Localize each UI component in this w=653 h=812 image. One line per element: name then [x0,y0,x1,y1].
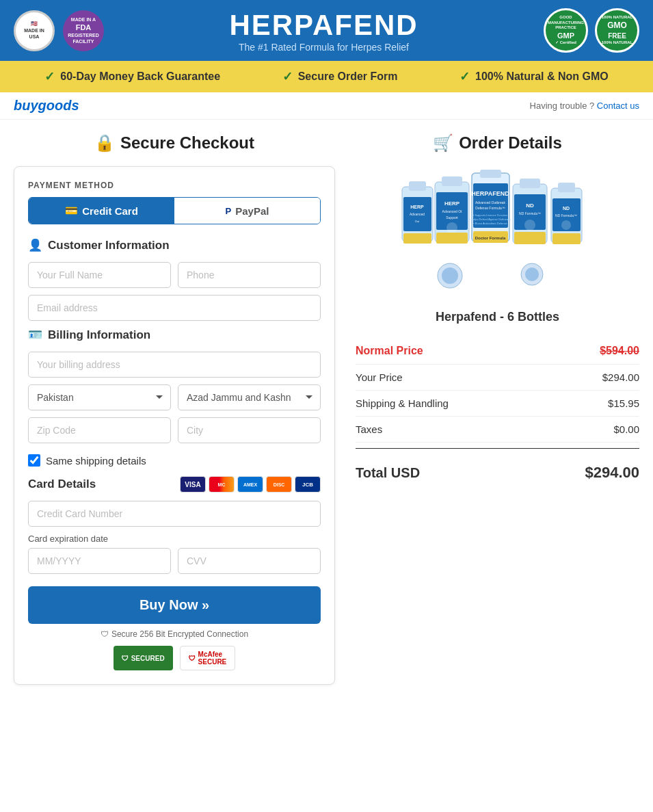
email-field [28,295,321,321]
normal-price-value: $594.00 [600,345,639,357]
phone-input[interactable] [178,262,321,288]
state-field: Azad Jammu and Kashn Punjab Sindh [178,384,321,410]
product-name: Herpafend - 6 Bottles [356,310,639,324]
svg-text:Out: Out [414,220,419,223]
expiry-field [28,548,171,574]
cvv-input[interactable] [178,548,321,574]
check-icon-2: ✓ [282,69,293,84]
svg-text:Doctor Formula: Doctor Formula [475,236,505,240]
billing-icon: 🪪 [28,328,42,342]
cvv-field [178,548,321,574]
svg-text:• Helps Defend Against Outbrea: • Helps Defend Against Outbreaks [469,218,511,221]
main-content: 🔒 Secure Checkout PAYMENT METHOD 💳 Credi… [0,120,653,698]
billing-address-input[interactable] [28,352,321,378]
secured-text: SECURED [131,655,165,662]
expiry-input[interactable] [28,548,171,574]
svg-text:• Supports Immune Function: • Supports Immune Function [472,213,507,217]
svg-text:ND Formula™: ND Formula™ [519,211,541,215]
person-icon: 👤 [28,238,42,252]
shipping-row: Shipping & Handling $15.95 [356,391,639,417]
jcb-icon: JCB [295,476,321,493]
your-price-label: Your Price [356,371,403,383]
normal-price-row: Normal Price $594.00 [356,338,639,365]
taxes-label: Taxes [356,423,382,435]
header-title: HERPAFEND The #1 Rated Formula for Herpe… [229,9,418,53]
brand-tagline: The #1 Rated Formula for Herpes Relief [229,42,418,53]
email-input[interactable] [28,295,321,321]
buy-now-button[interactable]: Buy Now » [28,586,321,624]
trouble-area: Having trouble ? Contact us [530,101,639,111]
svg-text:ND: ND [562,206,569,211]
svg-text:Advanced: Advanced [409,212,424,216]
guarantees-bar: ✓ 60-Day Money Back Guarantee ✓ Secure O… [0,61,653,92]
guarantee-2-text: Secure Order Form [298,70,398,83]
zip-city-row [28,417,321,443]
card-details-header: Card Details VISA MC AMEX DISC JCB [28,476,321,493]
check-icon-1: ✓ [44,69,55,84]
shield-icon: 🛡 [101,629,109,639]
same-shipping-row: Same shipping details [28,454,321,467]
total-label: Total USD [356,465,420,481]
guarantee-1: ✓ 60-Day Money Back Guarantee [44,69,220,84]
svg-rect-16 [480,170,501,178]
svg-rect-8 [442,176,462,186]
svg-rect-32 [514,232,546,244]
same-shipping-checkbox[interactable] [28,454,40,467]
lock-icon: 🔒 [94,133,115,153]
svg-rect-34 [558,183,575,192]
card-number-input[interactable] [28,501,321,527]
normal-price-label: Normal Price [356,345,423,357]
taxes-value: $0.00 [613,423,639,435]
state-select[interactable]: Azad Jammu and Kashn Punjab Sindh [178,384,321,410]
svg-text:Advanced Outbreak: Advanced Outbreak [475,200,505,205]
guarantee-3: ✓ 100% Natural & Non GMO [459,69,609,84]
bottle-center: HERPAFEND Advanced Outbreak Defense Form… [469,170,511,243]
gmo-badge: 100% NATURALGMOFREE100% NATURAL [595,8,639,53]
city-input[interactable] [178,417,321,443]
svg-text:Support: Support [446,215,458,220]
credit-card-icon: 💳 [65,205,78,217]
svg-point-38 [561,220,571,230]
paypal-tab[interactable]: P PayPal [174,198,320,224]
full-name-field [28,262,171,288]
bottle-2: HERP Advanced Ot Support [435,176,469,244]
card-details-title: Card Details [28,477,96,491]
taxes-row: Taxes $0.00 [356,417,639,443]
zip-input[interactable] [28,417,171,443]
card-icons: VISA MC AMEX DISC JCB [180,476,321,493]
contact-us-link[interactable]: Contact us [597,101,639,111]
svg-text:ND Formula™: ND Formula™ [555,213,577,218]
bottle-back-2: ND ND Formula™ [551,183,582,244]
visa-icon: VISA [180,476,206,493]
guarantee-3-text: 100% Natural & Non GMO [475,70,609,83]
credit-card-tab-label: Credit Card [82,205,138,217]
shipping-label: Shipping & Handling [356,397,449,409]
phone-field [178,262,321,288]
svg-text:• Boost Antioxidant Defense: • Boost Antioxidant Defense [473,222,507,225]
price-details: Normal Price $594.00 Your Price $294.00 … [356,338,639,491]
secured-badge: 🛡 SECURED [114,646,173,670]
guarantee-2: ✓ Secure Order Form [282,69,398,84]
country-select[interactable]: Pakistan India USA UK [28,384,171,410]
bottle-back-1: HERP Advanced Out [402,181,433,244]
total-divider [356,448,639,449]
customer-section-text: Customer Information [48,239,170,252]
svg-rect-39 [552,233,581,244]
credit-card-tab[interactable]: 💳 Credit Card [29,198,174,224]
secure-connection-text: 🛡 Secure 256 Bit Encrypted Connection [28,629,321,639]
security-badges: 🛡 SECURED 🛡 McAfeeSECURE [28,646,321,670]
checkout-box: PAYMENT METHOD 💳 Credit Card P PayPal 👤 … [14,166,335,685]
order-title: 🛒 Order Details [356,133,639,153]
svg-rect-6 [403,233,431,244]
svg-text:HERPAFEND: HERPAFEND [471,190,509,197]
full-name-input[interactable] [28,262,171,288]
buygoods-bar: buygoods Having trouble ? Contact us [0,92,653,120]
secure-text-label: Secure 256 Bit Encrypted Connection [111,629,248,639]
checkout-title-text: Secure Checkout [120,133,254,153]
amex-icon: AMEX [237,476,263,493]
billing-section-text: Billing Information [48,328,150,342]
billing-address-field [28,352,321,378]
header-left: 🇺🇸MADE INUSA MADE IN AFDAREGISTEREDFACIL… [14,10,104,51]
svg-text:Advanced Ot: Advanced Ot [442,209,462,213]
paypal-icon: P [226,206,232,216]
